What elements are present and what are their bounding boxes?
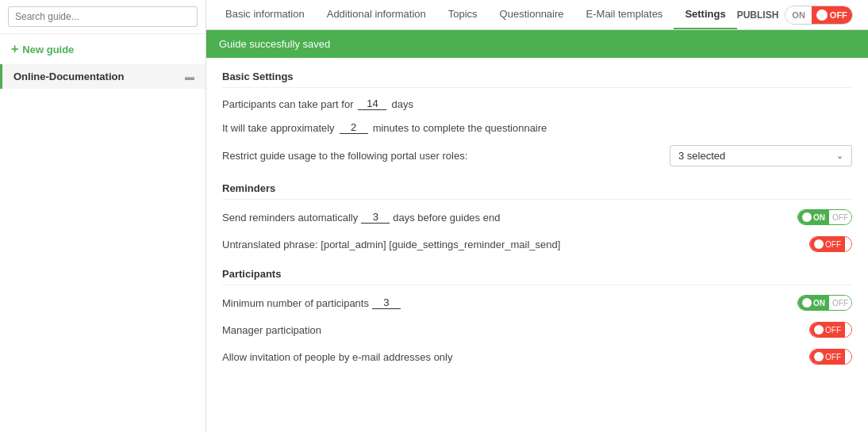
success-message: Guide succesfully saved	[219, 38, 330, 50]
invitation-row: Allow invitation of people by e-mail add…	[222, 349, 852, 365]
manager-label-text: Manager participation	[222, 324, 321, 336]
portal-roles-dropdown[interactable]: 3 selected ⌄	[670, 145, 852, 166]
basic-settings-title: Basic Settings	[222, 71, 852, 88]
min-participants-toggle-circle	[802, 298, 812, 308]
tabs-left: Basic information Additional information…	[214, 0, 737, 29]
reminder-toggle-on-part: ON	[798, 210, 829, 224]
tab-additional-information[interactable]: Additional information	[316, 0, 437, 29]
invitation-toggle-off-part: OFF	[810, 350, 845, 364]
tab-questionnaire[interactable]: Questionnaire	[489, 0, 575, 29]
manager-participation-row: Manager participation OFF	[222, 322, 852, 338]
publish-toggle-off-label: OFF	[812, 6, 852, 24]
min-participants-toggle-on-part: ON	[798, 296, 829, 310]
manager-toggle-off-label: OFF	[825, 326, 841, 335]
reminder-days-input[interactable]	[361, 211, 390, 224]
invitation-label: Allow invitation of people by e-mail add…	[222, 351, 809, 363]
manager-toggle-off-part: OFF	[810, 323, 845, 337]
invitation-toggle-off-label: OFF	[825, 353, 841, 361]
participants-section-title: Participants	[222, 268, 852, 285]
send-reminders-row: Send reminders automatically days before…	[222, 209, 852, 225]
min-participants-toggle-off-part: OFF	[829, 296, 851, 310]
invitation-label-text: Allow invitation of people by e-mail add…	[222, 351, 453, 363]
sidebar-item-label: Online-Documentation	[13, 71, 124, 82]
untranslated-row: Untranslated phrase: [portal_admin] [gui…	[222, 236, 852, 252]
tab-topics[interactable]: Topics	[437, 0, 489, 29]
chevron-down-icon: ⌄	[836, 151, 843, 161]
untranslated-toggle-circle	[814, 239, 824, 249]
tab-bar: Basic information Additional information…	[206, 0, 868, 30]
reminders-title: Reminders	[222, 182, 852, 200]
participants-days-input[interactable]	[358, 97, 386, 110]
success-banner: Guide succesfully saved	[206, 30, 868, 58]
min-participants-pre: Minimum number of participants	[222, 297, 369, 309]
publish-toggle-circle	[816, 10, 828, 21]
manager-toggle-on-part	[845, 323, 851, 337]
min-participants-row: Minimum number of participants ON OFF	[222, 295, 852, 311]
tab-settings[interactable]: Settings	[674, 0, 736, 29]
publish-toggle-on-label: ON	[785, 6, 812, 24]
questionnaire-pre-label: It will take approximately	[222, 122, 335, 134]
reminder-toggle-off-part: OFF	[829, 210, 851, 224]
main-content: Basic information Additional information…	[206, 0, 868, 432]
reminder-toggle-on-label: ON	[813, 213, 825, 222]
basic-settings-section: Basic Settings Participants can take par…	[222, 71, 852, 166]
min-participants-toggle-on-label: ON	[813, 299, 825, 308]
participants-pre-label: Participants can take part for	[222, 98, 353, 110]
publish-area: PUBLISH ON OFF	[737, 6, 861, 25]
participants-post-label: days	[391, 98, 413, 110]
reminder-toggle[interactable]: ON OFF	[797, 209, 852, 225]
manager-label: Manager participation	[222, 324, 809, 336]
invitation-toggle-circle	[814, 352, 824, 361]
sidebar-item-icon: ▬	[185, 71, 194, 82]
portal-roles-row: Restrict guide usage to the following po…	[222, 145, 852, 166]
reminders-section: Reminders Send reminders automatically d…	[222, 182, 852, 252]
untranslated-toggle[interactable]: OFF	[809, 236, 852, 252]
sidebar: + New guide Online-Documentation ▬	[0, 0, 206, 432]
untranslated-toggle-off-label: OFF	[825, 240, 841, 249]
untranslated-toggle-on-part	[845, 237, 851, 251]
untranslated-label: Untranslated phrase: [portal_admin] [gui…	[222, 239, 809, 250]
min-participants-input[interactable]	[372, 296, 401, 309]
send-reminders-post: days before guides end	[393, 212, 500, 224]
questionnaire-minutes-row: It will take approximately minutes to co…	[222, 121, 852, 134]
new-guide-label: New guide	[22, 44, 74, 55]
new-guide-button[interactable]: + New guide	[0, 34, 205, 64]
send-reminders-left: Send reminders automatically days before…	[222, 211, 797, 224]
questionnaire-post-label: minutes to complete the questionnaire	[373, 122, 547, 134]
reminder-toggle-circle	[802, 212, 812, 222]
sidebar-search-container	[0, 0, 205, 34]
manager-toggle-circle	[814, 325, 824, 335]
invitation-toggle[interactable]: OFF	[809, 349, 852, 365]
min-participants-toggle[interactable]: ON OFF	[797, 295, 852, 311]
min-participants-left: Minimum number of participants	[222, 296, 797, 309]
portal-roles-selected-value: 3 selected	[678, 150, 725, 162]
portal-roles-label: Restrict guide usage to the following po…	[222, 150, 670, 162]
tab-basic-information[interactable]: Basic information	[214, 0, 316, 29]
invitation-toggle-on-part	[845, 350, 851, 364]
sidebar-item-online-documentation[interactable]: Online-Documentation ▬	[0, 64, 205, 89]
settings-content: Basic Settings Participants can take par…	[206, 58, 868, 432]
publish-toggle-off-text: OFF	[830, 10, 847, 20]
publish-label: PUBLISH	[737, 10, 779, 21]
participants-section: Participants Minimum number of participa…	[222, 268, 852, 365]
min-participants-toggle-off-label: OFF	[832, 299, 848, 308]
questionnaire-minutes-input[interactable]	[340, 121, 368, 134]
manager-toggle[interactable]: OFF	[809, 322, 852, 338]
untranslated-label-text: Untranslated phrase: [portal_admin] [gui…	[222, 239, 560, 250]
send-reminders-pre: Send reminders automatically	[222, 212, 358, 224]
reminder-toggle-off-label: OFF	[832, 213, 848, 222]
search-input[interactable]	[8, 6, 198, 27]
publish-toggle[interactable]: ON OFF	[785, 6, 853, 25]
participants-days-row: Participants can take part for days	[222, 97, 852, 110]
portal-roles-label-text: Restrict guide usage to the following po…	[222, 150, 467, 162]
tab-email-templates[interactable]: E-Mail templates	[575, 0, 674, 29]
untranslated-toggle-off-part: OFF	[810, 237, 845, 251]
plus-icon: +	[11, 42, 18, 56]
